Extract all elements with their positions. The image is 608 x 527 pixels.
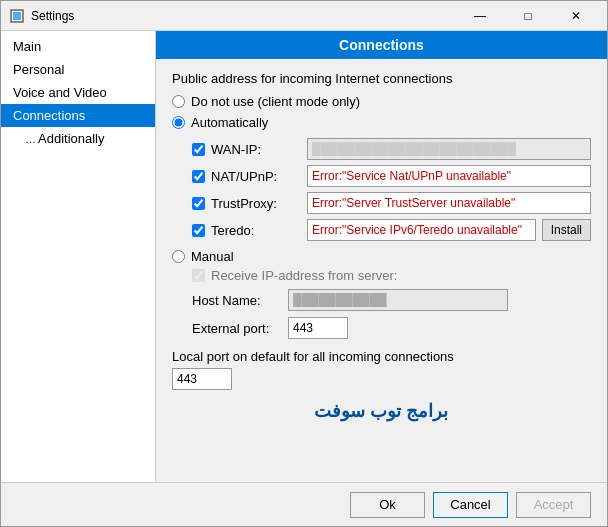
teredo-checkbox[interactable] — [192, 224, 205, 237]
title-bar: Settings — □ ✕ — [1, 1, 607, 31]
ok-button[interactable]: Ok — [350, 492, 425, 518]
content-area: Public address for incoming Internet con… — [156, 59, 607, 482]
minimize-button[interactable]: — — [457, 1, 503, 31]
local-port-section: Local port on default for all incoming c… — [172, 349, 591, 390]
install-button[interactable]: Install — [542, 219, 591, 241]
external-port-input[interactable] — [288, 317, 348, 339]
auto-block: WAN-IP: NAT/UPnP: TrustProxy: — [192, 138, 591, 241]
radio-manual[interactable] — [172, 250, 185, 263]
manual-block: Receive IP-address from server: Host Nam… — [192, 268, 591, 339]
teredo-label[interactable]: Teredo: — [211, 223, 301, 238]
sidebar: Main Personal Voice and Video Connection… — [1, 31, 156, 482]
radio-automatically[interactable] — [172, 116, 185, 129]
settings-window: Settings — □ ✕ Main Personal Voice and V… — [0, 0, 608, 527]
radio-group: Do not use (client mode only) Automatica… — [172, 94, 591, 130]
wan-ip-label[interactable]: WAN-IP: — [211, 142, 301, 157]
wan-ip-checkbox[interactable] — [192, 143, 205, 156]
trust-proxy-row: TrustProxy: — [192, 192, 591, 214]
radio-automatically-row: Automatically — [172, 115, 591, 130]
radio-automatically-label[interactable]: Automatically — [191, 115, 268, 130]
external-port-label: External port: — [192, 321, 282, 336]
maximize-button[interactable]: □ — [505, 1, 551, 31]
radio-do-not-use[interactable] — [172, 95, 185, 108]
section-header: Connections — [156, 31, 607, 59]
sidebar-item-main[interactable]: Main — [1, 35, 155, 58]
trust-proxy-checkbox[interactable] — [192, 197, 205, 210]
close-button[interactable]: ✕ — [553, 1, 599, 31]
main-content: Connections Public address for incoming … — [156, 31, 607, 482]
footer: Ok Cancel Accept — [1, 482, 607, 526]
nat-upnp-row: NAT/UPnP: — [192, 165, 591, 187]
trust-proxy-input[interactable] — [307, 192, 591, 214]
host-name-row: Host Name: — [192, 289, 591, 311]
sidebar-item-additionally[interactable]: …Additionally — [1, 127, 155, 150]
receive-ip-checkbox[interactable] — [192, 269, 205, 282]
watermark: برامج توب سوفت — [172, 400, 591, 422]
sidebar-item-personal[interactable]: Personal — [1, 58, 155, 81]
radio-manual-row: Manual — [172, 249, 591, 264]
radio-do-not-use-row: Do not use (client mode only) — [172, 94, 591, 109]
nat-upnp-checkbox[interactable] — [192, 170, 205, 183]
window-body: Main Personal Voice and Video Connection… — [1, 31, 607, 482]
host-name-label: Host Name: — [192, 293, 282, 308]
local-port-input[interactable] — [172, 368, 232, 390]
radio-do-not-use-label[interactable]: Do not use (client mode only) — [191, 94, 360, 109]
radio-manual-label[interactable]: Manual — [191, 249, 234, 264]
accept-button[interactable]: Accept — [516, 492, 591, 518]
trust-proxy-label[interactable]: TrustProxy: — [211, 196, 301, 211]
wan-ip-row: WAN-IP: — [192, 138, 591, 160]
sidebar-item-connections[interactable]: Connections — [1, 104, 155, 127]
teredo-row: Teredo: Install — [192, 219, 591, 241]
nat-upnp-label[interactable]: NAT/UPnP: — [211, 169, 301, 184]
external-port-row: External port: — [192, 317, 591, 339]
receive-ip-row: Receive IP-address from server: — [192, 268, 591, 283]
cancel-button[interactable]: Cancel — [433, 492, 508, 518]
local-port-label: Local port on default for all incoming c… — [172, 349, 454, 364]
window-controls: — □ ✕ — [457, 1, 599, 31]
public-address-label: Public address for incoming Internet con… — [172, 71, 591, 86]
nat-upnp-input[interactable] — [307, 165, 591, 187]
window-icon — [9, 8, 25, 24]
receive-ip-label: Receive IP-address from server: — [211, 268, 397, 283]
svg-rect-1 — [13, 12, 21, 20]
window-title: Settings — [31, 9, 457, 23]
sidebar-item-voice-video[interactable]: Voice and Video — [1, 81, 155, 104]
teredo-input[interactable] — [307, 219, 536, 241]
wan-ip-input[interactable] — [307, 138, 591, 160]
host-name-input[interactable] — [288, 289, 508, 311]
